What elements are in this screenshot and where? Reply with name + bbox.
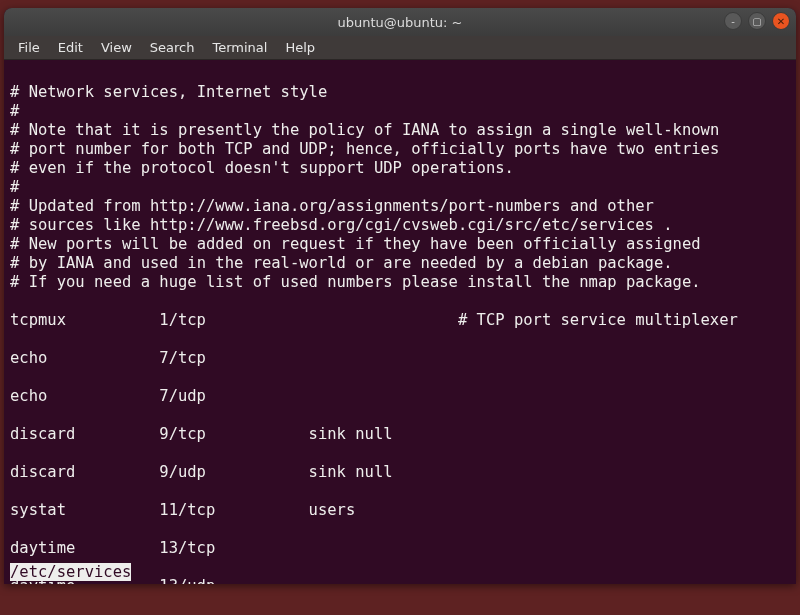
menu-terminal[interactable]: Terminal	[204, 38, 275, 57]
file-line: # by IANA and used in the real-world or …	[10, 254, 673, 272]
titlebar[interactable]: ubuntu@ubuntu: ~ ‐ ▢ ✕	[4, 8, 796, 36]
service-port: 7/udp	[159, 387, 308, 406]
menu-view[interactable]: View	[93, 38, 140, 57]
service-port: 1/tcp	[159, 311, 308, 330]
service-row: echo7/udp	[10, 387, 790, 406]
service-name: discard	[10, 425, 159, 444]
service-alias: users	[309, 501, 458, 520]
service-row: discard9/tcpsink null	[10, 425, 790, 444]
file-line: # even if the protocol doesn't support U…	[10, 159, 514, 177]
minimize-icon: ‐	[731, 16, 735, 27]
file-line: # port number for both TCP and UDP; henc…	[10, 140, 719, 158]
terminal-window: ubuntu@ubuntu: ~ ‐ ▢ ✕ File Edit View Se…	[4, 8, 796, 584]
service-alias: sink null	[309, 425, 458, 444]
minimize-button[interactable]: ‐	[724, 12, 742, 30]
service-name: daytime	[10, 539, 159, 558]
service-name: systat	[10, 501, 159, 520]
menu-search[interactable]: Search	[142, 38, 203, 57]
service-name: discard	[10, 463, 159, 482]
close-icon: ✕	[777, 16, 785, 27]
service-name: echo	[10, 349, 159, 368]
file-line: # Note that it is presently the policy o…	[10, 121, 719, 139]
maximize-button[interactable]: ▢	[748, 12, 766, 30]
service-port: 13/tcp	[159, 539, 308, 558]
file-line: #	[10, 102, 19, 120]
file-line: #	[10, 178, 19, 196]
service-row: discard9/udpsink null	[10, 463, 790, 482]
service-row: echo7/tcp	[10, 349, 790, 368]
service-name: echo	[10, 387, 159, 406]
service-port: 9/tcp	[159, 425, 308, 444]
file-line: # Network services, Internet style	[10, 83, 327, 101]
file-line: # New ports will be added on request if …	[10, 235, 701, 253]
menu-edit[interactable]: Edit	[50, 38, 91, 57]
file-line: # If you need a huge list of used number…	[10, 273, 701, 291]
service-port: 9/udp	[159, 463, 308, 482]
maximize-icon: ▢	[752, 16, 761, 27]
service-row: daytime13/tcp	[10, 539, 790, 558]
service-row: tcpmux1/tcp# TCP port service multiplexe…	[10, 311, 790, 330]
service-comment: # TCP port service multiplexer	[458, 311, 738, 329]
window-title: ubuntu@ubuntu: ~	[337, 15, 462, 30]
close-button[interactable]: ✕	[772, 12, 790, 30]
menu-help[interactable]: Help	[277, 38, 323, 57]
service-name: tcpmux	[10, 311, 159, 330]
menubar: File Edit View Search Terminal Help	[4, 36, 796, 60]
service-row: systat11/tcpusers	[10, 501, 790, 520]
file-line: # sources like http://www.freebsd.org/cg…	[10, 216, 673, 234]
status-filename: /etc/services	[10, 563, 131, 581]
file-line: # Updated from http://www.iana.org/assig…	[10, 197, 654, 215]
service-port: 13/udp	[159, 577, 308, 584]
service-port: 11/tcp	[159, 501, 308, 520]
menu-file[interactable]: File	[10, 38, 48, 57]
window-controls: ‐ ▢ ✕	[724, 12, 790, 30]
terminal-area[interactable]: # Network services, Internet style # # N…	[4, 60, 796, 584]
pager-status: /etc/services	[4, 563, 131, 582]
service-alias: sink null	[309, 463, 458, 482]
service-port: 7/tcp	[159, 349, 308, 368]
